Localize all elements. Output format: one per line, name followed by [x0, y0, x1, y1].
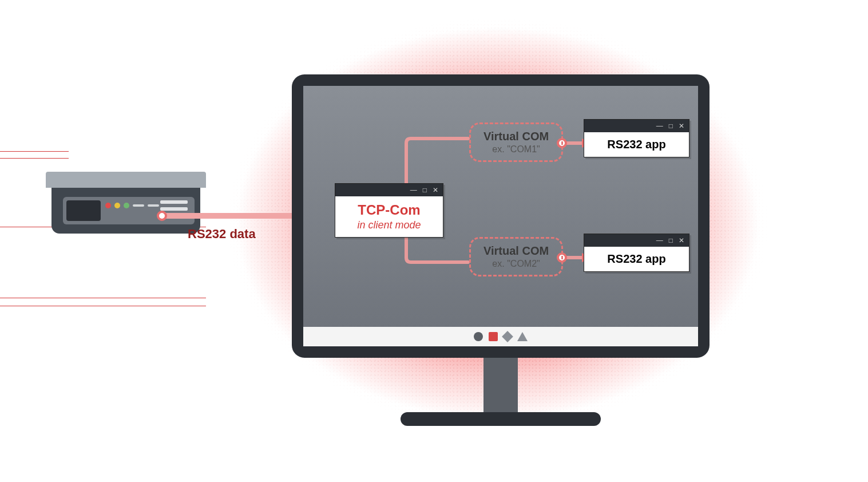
scale-tray [46, 172, 206, 188]
tcp-com-window: — □ ✕ TCP-Com in client mode [335, 183, 443, 238]
monitor-screen: — □ ✕ TCP-Com in client mode Virtual COM… [303, 86, 698, 346]
monitor-stand-neck [483, 357, 518, 414]
vcom-example: ex. "COM2" [483, 259, 549, 269]
led-green [124, 203, 129, 208]
virtual-com-port-2: Virtual COM ex. "COM2" [469, 237, 563, 276]
taskbar-triangle-icon [517, 332, 528, 341]
connection-point-icon [157, 211, 167, 221]
monitor-frame: — □ ✕ TCP-Com in client mode Virtual COM… [292, 74, 710, 358]
tcp-com-title: TCP-Com [346, 202, 433, 218]
minimize-icon: — [410, 187, 417, 193]
rs232-app-window-1: — □ ✕ RS232 app [584, 119, 689, 157]
scale-leds [105, 203, 159, 208]
serial-device-scale [46, 172, 206, 246]
desktop-taskbar [303, 327, 698, 346]
rs232-app-window-2: — □ ✕ RS232 app [584, 234, 689, 272]
taskbar-circle-icon [474, 332, 483, 341]
maximize-icon: □ [423, 187, 427, 193]
minimize-icon: — [656, 237, 663, 244]
led-red [105, 203, 111, 208]
scale-display [66, 200, 101, 221]
window-titlebar: — □ ✕ [584, 234, 689, 247]
vcom-title: Virtual COM [483, 130, 549, 143]
virtual-com-port-1: Virtual COM ex. "COM1" [469, 123, 563, 162]
taskbar-diamond-icon [502, 331, 513, 342]
close-icon: ✕ [679, 123, 684, 129]
window-titlebar: — □ ✕ [584, 120, 689, 132]
tcp-com-subtitle: in client mode [346, 219, 433, 231]
guide-line [0, 306, 206, 306]
app-label: RS232 app [584, 132, 689, 157]
close-icon: ✕ [433, 187, 438, 193]
close-icon: ✕ [679, 237, 684, 244]
app-label: RS232 app [584, 247, 689, 271]
guide-line [0, 151, 69, 152]
guide-line [0, 298, 206, 298]
monitor-stand-base [401, 412, 601, 426]
scale-button [148, 204, 159, 207]
window-titlebar: — □ ✕ [335, 184, 443, 196]
maximize-icon: □ [669, 123, 673, 129]
data-flow-label: RS232 data [188, 227, 256, 242]
scale-button [133, 204, 144, 207]
minimize-icon: — [656, 123, 663, 129]
maximize-icon: □ [669, 237, 673, 244]
vcom-title: Virtual COM [483, 244, 549, 258]
led-yellow [114, 203, 120, 208]
vcom-example: ex. "COM1" [483, 144, 549, 155]
taskbar-square-icon [489, 332, 498, 341]
guide-line [0, 158, 69, 159]
